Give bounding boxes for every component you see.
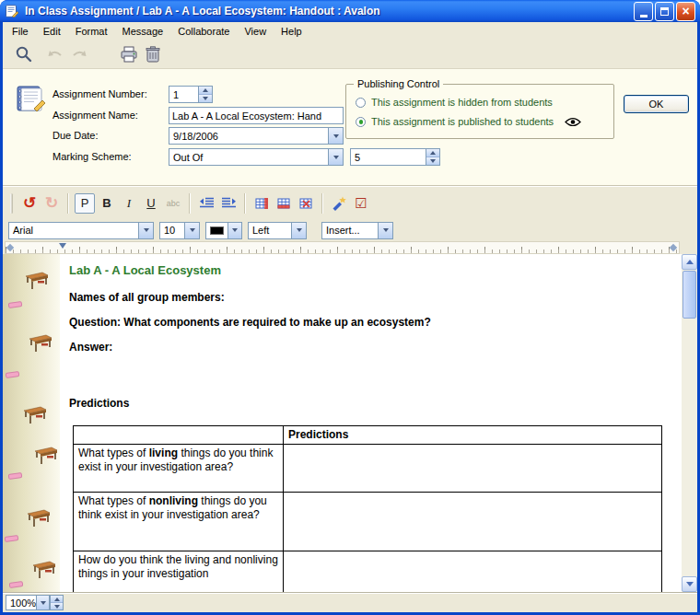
question-bold-word: living xyxy=(149,447,178,459)
assignment-icon xyxy=(14,84,47,117)
ruler-left-marker[interactable] xyxy=(6,244,14,251)
zoom-dropdown[interactable]: 100% xyxy=(6,595,50,610)
checkbox-icon: ☑ xyxy=(355,195,367,212)
preview-eye-icon[interactable] xyxy=(565,117,581,127)
assignment-name-input[interactable] xyxy=(169,107,344,124)
due-date-dropdown-button[interactable] xyxy=(328,128,343,144)
menu-collaborate[interactable]: Collaborate xyxy=(170,23,237,40)
close-button[interactable]: × xyxy=(676,2,695,21)
zoom-dropdown-button[interactable] xyxy=(36,596,49,609)
font-family-dropdown-button[interactable] xyxy=(138,223,153,238)
dropdown-arrow-icon xyxy=(144,228,149,232)
desk-clipart-icon xyxy=(27,506,51,532)
trash-icon xyxy=(146,46,160,63)
font-family-dropdown[interactable]: Arial xyxy=(8,222,154,239)
dropdown-arrow-icon xyxy=(190,228,195,232)
bold-button[interactable]: B xyxy=(97,193,117,214)
toolbar-separator xyxy=(244,193,246,214)
menu-help[interactable]: Help xyxy=(274,23,309,40)
window-menu-icon[interactable] xyxy=(5,4,21,18)
prediction-answer-cell[interactable] xyxy=(284,551,662,593)
form-check-button[interactable]: ☑ xyxy=(351,193,371,214)
font-size-dropdown-button[interactable] xyxy=(184,223,199,238)
zoom-button[interactable] xyxy=(12,42,36,66)
table-insert-column-button[interactable] xyxy=(251,193,272,214)
up-arrow-icon xyxy=(686,260,694,264)
print-button[interactable] xyxy=(117,42,141,66)
window-body: File Edit Format Message Collaborate Vie… xyxy=(3,22,697,612)
marking-points-spinner[interactable]: 5 xyxy=(350,148,440,166)
underline-button[interactable]: U xyxy=(141,193,161,214)
marking-points-up-button[interactable] xyxy=(426,149,439,157)
maximize-icon xyxy=(660,7,669,16)
publishing-control-title: Publishing Control xyxy=(354,78,443,89)
outdent-button[interactable] xyxy=(196,193,216,214)
font-color-dropdown-button[interactable] xyxy=(228,223,241,238)
eraser-clipart-icon xyxy=(8,472,23,480)
marking-scheme-dropdown[interactable]: Out Of xyxy=(169,148,344,166)
insert-dropdown-button[interactable] xyxy=(378,223,392,238)
publishing-control-group: Publishing Control This assignment is hi… xyxy=(345,84,614,139)
due-date-dropdown[interactable]: 9/18/2006 xyxy=(169,127,344,145)
zoom-spinner[interactable] xyxy=(50,595,64,610)
marking-scheme-dropdown-button[interactable] xyxy=(328,149,343,165)
spell-check-icon: abc xyxy=(167,199,181,208)
radio-unchecked-icon[interactable] xyxy=(356,98,366,108)
alignment-dropdown-button[interactable] xyxy=(291,223,306,238)
scroll-down-button[interactable] xyxy=(682,576,697,592)
title-bar: In Class Assignment / Lab A - A Local Ec… xyxy=(0,0,700,22)
font-family-value: Arial xyxy=(9,225,138,236)
scroll-up-button[interactable] xyxy=(682,254,697,270)
desk-clipart-icon xyxy=(25,269,49,295)
maximize-button[interactable] xyxy=(655,2,674,21)
ruler-indent-marker[interactable] xyxy=(59,243,66,249)
menu-edit[interactable]: Edit xyxy=(36,23,68,40)
eraser-clipart-icon xyxy=(9,581,24,588)
redo-icon: ↻ xyxy=(45,193,58,213)
menu-file[interactable]: File xyxy=(5,23,36,40)
down-arrow-icon xyxy=(54,605,60,609)
paragraph-style-button[interactable]: P xyxy=(75,193,95,214)
menu-view[interactable]: View xyxy=(237,23,274,40)
toolbar-grip[interactable] xyxy=(10,193,13,214)
delete-button[interactable] xyxy=(141,42,165,66)
italic-button[interactable]: I xyxy=(119,193,139,214)
undo-button[interactable]: ↺ xyxy=(19,193,40,214)
menu-message[interactable]: Message xyxy=(115,23,171,40)
zoom-down-button[interactable] xyxy=(51,603,63,609)
indent-button[interactable] xyxy=(218,193,239,214)
assignment-number-up-button[interactable] xyxy=(199,87,212,95)
table-header-predictions: Predictions xyxy=(284,426,662,445)
zoom-up-button[interactable] xyxy=(51,596,63,603)
ruler-right-marker[interactable] xyxy=(670,244,677,251)
table-delete-button[interactable] xyxy=(296,193,316,214)
publishing-hidden-option[interactable]: This assignment is hidden from students xyxy=(356,97,553,108)
assignment-number-spinner[interactable]: 1 xyxy=(169,86,213,103)
marking-scheme-label: Marking Scheme: xyxy=(52,151,132,162)
vertical-scrollbar[interactable] xyxy=(682,254,697,592)
font-color-swatch xyxy=(210,226,224,235)
menu-bar: File Edit Format Message Collaborate Vie… xyxy=(3,22,697,41)
prediction-answer-cell[interactable] xyxy=(284,493,662,551)
document-line-names: Names of all group members: xyxy=(69,291,225,304)
menu-format[interactable]: Format xyxy=(68,23,115,40)
close-icon: × xyxy=(682,5,689,17)
scrollbar-thumb[interactable] xyxy=(682,271,696,319)
font-size-dropdown[interactable]: 10 xyxy=(159,222,200,239)
marking-points-down-button[interactable] xyxy=(426,157,439,165)
ok-button[interactable]: OK xyxy=(624,95,689,113)
app-window: In Class Assignment / Lab A - A Local Ec… xyxy=(0,0,700,615)
alignment-dropdown[interactable]: Left xyxy=(248,222,307,239)
assignment-number-down-button[interactable] xyxy=(199,95,212,102)
font-color-dropdown[interactable] xyxy=(205,222,242,239)
publishing-published-option[interactable]: This assignment is published to students xyxy=(356,116,581,127)
table-insert-row-button[interactable] xyxy=(274,193,294,214)
table-header-empty xyxy=(74,426,284,445)
minimize-button[interactable] xyxy=(634,2,653,21)
radio-checked-icon[interactable] xyxy=(356,117,366,127)
edit-style-button[interactable] xyxy=(329,193,349,214)
insert-dropdown[interactable]: Insert... xyxy=(321,222,393,239)
ruler xyxy=(5,241,680,254)
prediction-answer-cell[interactable] xyxy=(284,445,662,493)
document-editor[interactable]: Lab A - A Local Ecosystem Names of all g… xyxy=(60,254,682,592)
